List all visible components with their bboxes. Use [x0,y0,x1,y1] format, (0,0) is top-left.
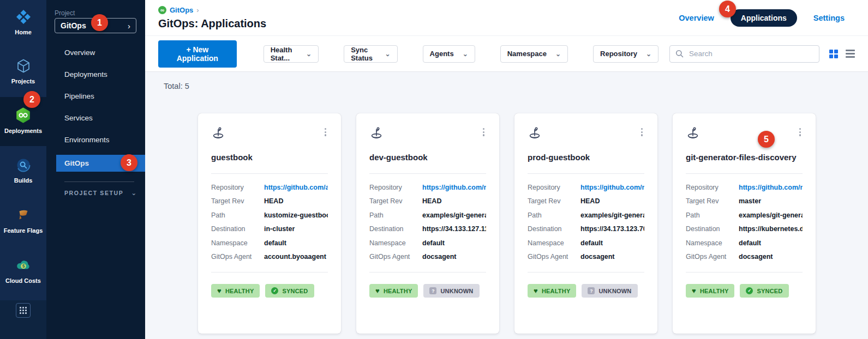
question-mark-icon: ? [588,287,595,294]
filter-dropdown-sync-status[interactable]: Sync Status⌄ [344,45,397,63]
project-nav-item-pipelines[interactable]: Pipelines [46,85,145,107]
filter-dropdown-namespace[interactable]: Namespace⌄ [500,45,568,63]
sidebar-item-cloud-costs[interactable]: $ Cloud Costs [0,257,46,284]
sidebar-item-feature-flags[interactable]: Feature Flags [0,207,46,234]
field-value: default [264,239,328,247]
application-card[interactable]: dev-guestbook Repositoryhttps://github.c… [356,113,499,334]
field-value: kustomize-guestbook [264,211,328,219]
project-selector-value: GitOps [61,21,86,30]
field-label: Destination [528,225,580,233]
filter-dropdown-health-stat[interactable]: Health Stat...⌄ [264,45,319,63]
question-mark-icon: ? [429,287,436,294]
status-badge-synced: ✓SYNCED [265,284,314,298]
filter-dropdowns: Health Stat...⌄Sync Status⌄Agents⌄Namesp… [264,45,659,63]
project-nav-item-environments[interactable]: Environments [46,129,145,150]
field-label: Repository [211,184,264,191]
field-row: Pathkustomize-guestbook [211,208,328,222]
project-nav-item-deployments[interactable]: Deployments [46,63,145,85]
field-value: in-cluster [264,225,328,233]
argocd-app-icon [369,126,384,140]
field-value: examples/git-genera... [580,211,644,219]
feature-flags-icon [15,207,32,225]
page-title: GitOps: Applications [158,17,266,30]
field-row: Target RevHEAD [528,195,644,209]
field-value: HEAD [580,197,644,205]
field-label: GitOps Agent [211,253,264,261]
field-value: examples/git-genera... [422,211,486,219]
field-row: Pathexamples/git-genera... [369,208,486,222]
sidebar-item-home[interactable]: Home [0,9,46,35]
sidebar-item-label: Projects [11,78,35,84]
field-value: docsagent [422,253,486,261]
module-picker-button[interactable] [16,303,31,318]
header-tabs: Overview Applications Settings [679,0,845,36]
application-card[interactable]: guestbook Repositoryhttps://github.com/a… [198,113,341,334]
field-value-link[interactable]: https://github.com/m... [422,184,486,191]
field-label: GitOps Agent [528,253,580,261]
field-value: default [580,239,644,247]
cloud-costs-icon: $ [15,257,32,275]
filter-dropdown-agents[interactable]: Agents⌄ [423,45,475,63]
application-name: guestbook [211,153,328,162]
field-row: Target Revmaster [686,195,803,209]
status-badge-healthy: ♥HEALTHY [528,284,576,298]
application-card[interactable]: prod-guestbook Repositoryhttps://github.… [514,113,657,334]
breadcrumb-gitops-link[interactable]: GitOps [170,6,193,14]
new-application-button[interactable]: + New Application [158,40,237,68]
project-nav-item-overview[interactable]: Overview [46,41,145,63]
sidebar-item-deployments[interactable]: Deployments [0,107,46,134]
field-label: GitOps Agent [686,253,739,261]
gitops-module-icon: ∞ [158,6,166,14]
divider [686,173,803,174]
builds-icon [15,157,32,174]
page-header: ∞ GitOps › GitOps: Applications Overview… [145,0,868,36]
status-badge-unknown: ?UNKNOWN [423,284,479,298]
application-card[interactable]: git-generator-files-discovery Repository… [673,113,816,334]
tab-applications[interactable]: Applications [731,9,797,27]
field-value: examples/git-genera... [739,211,803,219]
tab-settings[interactable]: Settings [813,14,845,22]
grid-view-icon[interactable] [829,50,838,58]
check-circle-icon: ✓ [746,287,753,294]
annotation-circle-1: 1 [91,14,108,31]
field-value-link[interactable]: https://github.com/m... [580,184,644,191]
kebab-menu-icon[interactable] [481,126,486,138]
field-row: Namespacedefault [528,236,644,250]
field-row: Target RevHEAD [211,195,328,209]
divider [369,272,486,273]
field-label: Namespace [369,239,422,247]
list-view-icon[interactable] [846,50,855,58]
sidebar-item-projects[interactable]: Projects [0,58,46,84]
field-label: Target Rev [211,197,264,205]
project-section-label: Project [55,9,75,17]
project-nav-item-services[interactable]: Services [46,107,145,129]
argocd-app-icon [211,126,225,140]
kebab-menu-icon[interactable] [323,126,328,138]
field-value-link[interactable]: https://github.com/m... [739,184,803,191]
applications-content: Total: 5 guestbook Repositoryhttps://git… [145,72,868,339]
total-count: Total: 5 [164,82,189,90]
sidebar-item-builds[interactable]: Builds [0,157,46,184]
field-label: Namespace [211,239,264,247]
filter-label: Namespace [507,50,547,58]
argocd-app-icon [686,126,700,140]
sidebar-item-label: Deployments [4,128,42,134]
filter-dropdown-repository[interactable]: Repository⌄ [593,45,659,63]
card-badges: ♥HEALTHY?UNKNOWN [528,284,644,298]
search-input[interactable] [688,49,813,58]
field-value: HEAD [422,197,486,205]
field-label: Repository [686,184,739,191]
kebab-menu-icon[interactable] [798,126,803,138]
sidebar-item-label: Cloud Costs [5,277,41,284]
divider [211,272,328,273]
kebab-menu-icon[interactable] [639,126,644,138]
tab-overview[interactable]: Overview [679,14,714,22]
view-toggle [829,50,855,58]
annotation-circle-4: 4 [719,1,736,17]
field-value: default [739,239,803,247]
field-label: Destination [686,225,739,233]
project-setup-toggle[interactable]: PROJECT SETUP⌄ [46,190,145,196]
field-label: Namespace [686,239,739,247]
chevron-right-icon: › [196,6,199,14]
field-value-link[interactable]: https://github.com/a... [264,184,328,191]
